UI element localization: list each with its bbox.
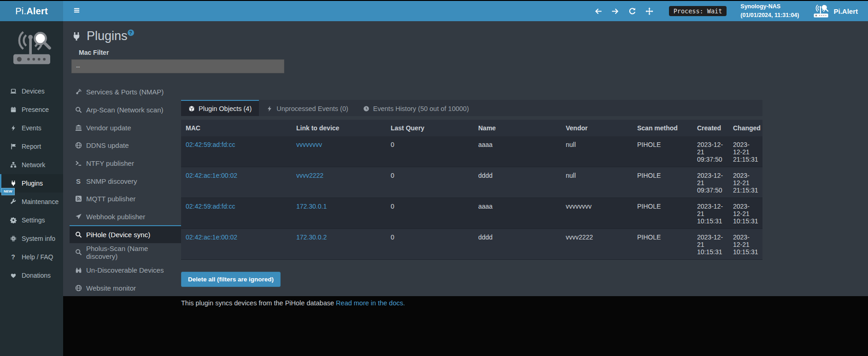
sidebar-item-label: Report <box>22 143 41 150</box>
tab-unprocessed-events[interactable]: Unprocessed Events (0) <box>259 100 356 116</box>
app-name: Pi.Alert <box>833 7 858 15</box>
tab-plugin-objects[interactable]: Plugin Objects (4) <box>181 100 259 116</box>
sidebar-item-system-info[interactable]: System info <box>0 229 63 248</box>
cell-scan-method: PIHOLE <box>633 167 692 198</box>
plugin-item-webhook-publisher[interactable]: Webhook publisher <box>70 207 181 225</box>
plugin-item-ntfy-publisher[interactable]: NTFY publisher <box>70 154 181 172</box>
plugin-item-pholus-scan-name-discovery[interactable]: Pholus-Scan (Name discovery) <box>70 243 181 261</box>
cell-created: 2023-12-21 09:37:50 <box>692 136 728 167</box>
sidebar-item-maintenance[interactable]: MaintenanceNEW <box>0 193 63 211</box>
cell-vendor: vvvv2222 <box>561 229 633 260</box>
refresh-button[interactable] <box>627 6 638 17</box>
cell-changed: 2023-12-21 10:15:31 <box>728 229 762 260</box>
sidebar-item-network[interactable]: Network <box>0 156 63 174</box>
topbar-right: Process: Wait Synology-NAS (01/01/2024, … <box>593 2 858 20</box>
tab-label: Unprocessed Events (0) <box>276 105 348 112</box>
arrow-right-icon <box>611 7 619 15</box>
topbar-main: Process: Wait Synology-NAS (01/01/2024, … <box>63 1 868 21</box>
tab-events-history[interactable]: Events History (50 out of 10000) <box>356 100 476 116</box>
mac-link[interactable]: 02:42:ac:1e:00:02 <box>186 233 237 241</box>
plugin-item-un-discoverable-devices[interactable]: Un-Discoverable Devices <box>70 261 181 279</box>
sidebar-item-devices[interactable]: Devices <box>0 82 63 100</box>
plugin-item-mqtt-publisher[interactable]: MQTT publisher <box>70 190 181 208</box>
plugin-item-snmp-discovery[interactable]: SSNMP discovery <box>70 172 181 190</box>
cell-name: aaaa <box>474 136 561 167</box>
column-header-scan-method: Scan method <box>633 120 692 136</box>
plug-icon <box>71 31 82 41</box>
sitemap-icon <box>9 162 17 168</box>
brand-bold: Alert <box>26 6 48 17</box>
app-brand: Pi.Alert <box>813 4 858 18</box>
device-link[interactable]: vvvv2222 <box>296 172 323 179</box>
mac-link[interactable]: 02:42:ac:1e:00:02 <box>186 172 237 179</box>
cell-created: 2023-12-21 10:15:31 <box>692 229 728 260</box>
mac-filter-input[interactable] <box>71 59 284 73</box>
plugin-item-ddns-update[interactable]: DDNS update <box>70 136 181 154</box>
plug-icon <box>9 180 17 187</box>
help-badge[interactable]: ? <box>128 29 134 36</box>
read-more-link[interactable]: Read more in the docs. <box>336 299 405 307</box>
mac-filter-block: Mac Filter <box>71 49 868 73</box>
plugin-item-pihole-device-sync[interactable]: PiHole (Device sync) <box>70 225 181 243</box>
plugin-item-label: Pholus-Scan (Name discovery) <box>86 245 181 260</box>
tab-label: Events History (50 out of 10000) <box>373 105 469 112</box>
forward-button[interactable] <box>610 6 621 17</box>
plugin-item-label: PiHole (Device sync) <box>86 231 150 239</box>
device-link[interactable]: 172.30.0.1 <box>296 203 327 210</box>
nav-arrows <box>593 6 655 17</box>
plugin-item-label: Website monitor <box>86 284 136 292</box>
sidebar-item-donations[interactable]: Donations <box>0 266 63 285</box>
plugin-item-label: Un-Discoverable Devices <box>86 266 164 274</box>
bolt-icon <box>266 105 273 112</box>
globe-icon <box>74 285 82 292</box>
sidebar-menu: DevicesPresenceEventsReportNetworkPlugin… <box>0 82 63 285</box>
cell-name: dddd <box>474 229 561 260</box>
brand-logo[interactable]: Pi.Alert <box>0 1 63 21</box>
cell-link: vvvvvvvv <box>292 136 386 167</box>
calendar-icon <box>9 106 17 113</box>
cell-vendor: null <box>561 167 633 198</box>
binoculars-icon <box>74 267 82 274</box>
plugin-item-services-ports-nmap[interactable]: Services & Ports (NMAP) <box>70 82 181 100</box>
cell-last-query: 0 <box>386 136 474 167</box>
cell-created: 2023-12-21 09:37:50 <box>692 167 728 198</box>
cell-mac: 02:42:ac:1e:00:02 <box>181 167 292 198</box>
search-icon <box>74 106 82 113</box>
plugin-item-label: DDNS update <box>86 141 129 149</box>
chip-icon <box>9 235 17 242</box>
plugin-description-text: This plugin syncs devices from the PiHol… <box>181 299 336 307</box>
pialert-router-icon <box>11 30 53 67</box>
cell-scan-method: PIHOLE <box>633 198 692 229</box>
table-row: 02:42:59:ad:fd:cc172.30.0.10aaaavvvvvvvv… <box>181 198 762 229</box>
send-icon <box>74 213 82 220</box>
fullscreen-button[interactable] <box>644 6 655 17</box>
process-status-badge: Process: Wait <box>669 6 727 16</box>
sidebar-item-presence[interactable]: Presence <box>0 100 63 119</box>
delete-all-button[interactable]: Delete all (filters are ignored) <box>181 272 281 287</box>
mac-link[interactable]: 02:42:59:ad:fd:cc <box>186 141 235 148</box>
back-button[interactable] <box>593 6 604 17</box>
cell-name: dddd <box>474 167 561 198</box>
new-badge: NEW <box>2 188 14 195</box>
column-header-created: Created <box>692 120 728 136</box>
column-header-link-to-device: Link to device <box>292 120 386 136</box>
sidebar-item-settings[interactable]: Settings <box>0 211 63 229</box>
rss-icon <box>74 195 82 202</box>
device-link[interactable]: vvvvvvvv <box>296 141 322 148</box>
bolt-icon <box>9 125 17 131</box>
cube-icon <box>188 105 195 112</box>
plugin-item-label: Webhook publisher <box>86 213 145 221</box>
plugin-item-website-monitor[interactable]: Website monitor <box>70 279 181 297</box>
mac-link[interactable]: 02:42:59:ad:fd:cc <box>186 203 235 210</box>
column-header-last-query: Last Query <box>386 120 474 136</box>
menu-toggle-button[interactable] <box>70 4 84 18</box>
plugin-item-arp-scan-network-scan[interactable]: Arp-Scan (Network scan) <box>70 100 181 118</box>
sidebar-item-report[interactable]: Report <box>0 137 63 156</box>
plugin-item-vendor-update[interactable]: Vendor update <box>70 118 181 136</box>
cell-scan-method: PIHOLE <box>633 229 692 260</box>
sidebar-item-help-faq[interactable]: ?Help / FAQ <box>0 248 63 266</box>
sidebar-item-events[interactable]: Events <box>0 119 63 137</box>
plugin-item-label: Vendor update <box>86 124 131 132</box>
cell-scan-method: PIHOLE <box>633 136 692 167</box>
device-link[interactable]: 172.30.0.2 <box>296 233 327 241</box>
